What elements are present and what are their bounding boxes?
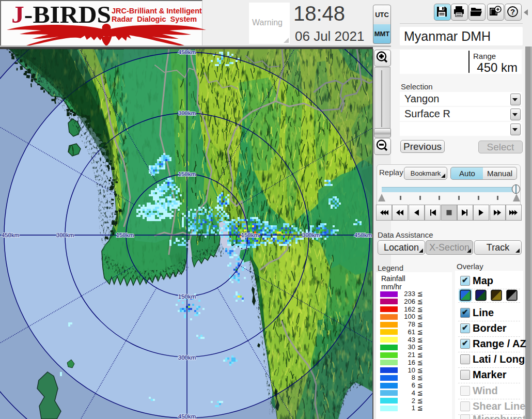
svg-text:150km: 150km xyxy=(178,293,196,300)
svg-text:300km: 300km xyxy=(178,354,196,361)
svg-text:300km: 300km xyxy=(302,232,320,238)
svg-text:450km: 450km xyxy=(178,49,196,55)
svg-text:150km: 150km xyxy=(241,232,259,238)
svg-text:300km: 300km xyxy=(56,232,74,238)
svg-text:150km: 150km xyxy=(178,171,196,177)
svg-text:450km: 450km xyxy=(2,232,20,238)
svg-text:450km: 450km xyxy=(354,232,372,238)
svg-text:150km: 150km xyxy=(116,232,134,238)
svg-text:300km: 300km xyxy=(178,110,196,116)
svg-text:450km: 450km xyxy=(178,413,196,419)
svg-text:?: ? xyxy=(510,7,515,16)
